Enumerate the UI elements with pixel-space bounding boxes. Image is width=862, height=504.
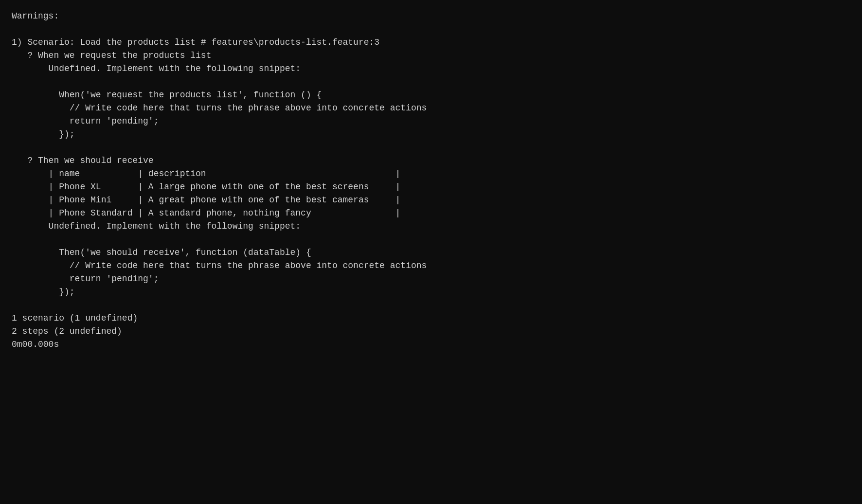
terminal-output: Warnings: 1) Scenario: Load the products… [12, 10, 850, 351]
